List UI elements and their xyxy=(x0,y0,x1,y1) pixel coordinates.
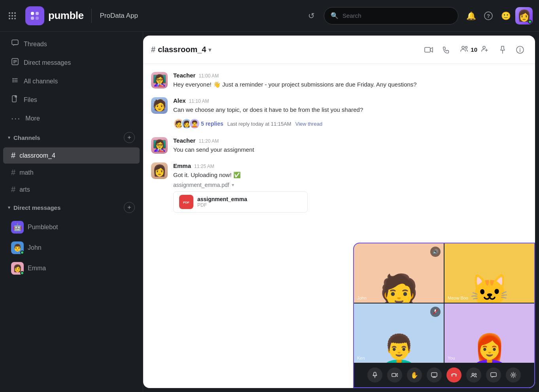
svg-point-41 xyxy=(475,373,477,375)
user-avatar[interactable]: 👩 xyxy=(515,7,533,24)
message-2: 🧑 Alex 11:10 AM Can we choose any topic,… xyxy=(151,97,527,130)
all-channels-label: All channels xyxy=(24,78,58,85)
channel-item-arts[interactable]: # arts xyxy=(3,181,140,198)
msg-author-1: Teacher xyxy=(173,72,195,79)
svg-rect-35 xyxy=(431,373,437,377)
all-channels-icon xyxy=(11,76,19,86)
svg-rect-42 xyxy=(491,373,496,377)
search-bar[interactable]: 🔍 Search xyxy=(324,7,458,24)
dm-section-label: Direct messages xyxy=(13,204,61,211)
more-label: More xyxy=(25,115,40,122)
files-label: Files xyxy=(24,96,37,104)
notifications-button[interactable]: 🔔 xyxy=(463,8,479,24)
john-video-name: John xyxy=(357,296,367,300)
channel-item-math[interactable]: # math xyxy=(3,164,140,181)
vc-hand-button[interactable]: ✋ xyxy=(407,368,422,383)
attachment-bar[interactable]: assignment_emma.pdf ▾ xyxy=(173,182,527,188)
svg-text:PDF: PDF xyxy=(183,201,189,204)
channels-section[interactable]: ▾ Channels + xyxy=(0,128,143,147)
svg-rect-1 xyxy=(36,12,39,15)
video-call-overlay: 🧑 🔊 John 🐱 Meow Boo 👨‍🦱 xyxy=(353,243,535,388)
svg-point-21 xyxy=(465,47,467,49)
thread-replies-count[interactable]: 5 replies xyxy=(201,121,223,127)
svg-rect-19 xyxy=(425,47,430,52)
vc-mic-button[interactable] xyxy=(367,368,382,383)
sidebar-item-more[interactable]: ··· More xyxy=(3,109,140,128)
msg-header-1: Teacher 11:00 AM xyxy=(173,72,527,79)
logo-icon xyxy=(25,6,44,25)
logo-text: pumble xyxy=(48,9,83,22)
dm-item-john[interactable]: 👨 John xyxy=(3,238,140,258)
help-button[interactable]: ? xyxy=(480,8,496,24)
video-cell-you: 👩‍🦰 You xyxy=(444,303,534,363)
msg-author-3: Teacher xyxy=(173,137,195,144)
svg-point-43 xyxy=(513,374,514,376)
members-button[interactable]: 10 xyxy=(456,43,492,57)
thread-last-reply: Last reply today at 11:15AM xyxy=(227,121,291,127)
header-actions: 10 xyxy=(422,43,527,57)
vc-end-call-button[interactable] xyxy=(446,368,461,383)
attachment-filename: assignment_emma.pdf xyxy=(173,182,229,188)
view-thread-link[interactable]: View thread xyxy=(295,121,322,127)
sidebar-item-all-channels[interactable]: All channels xyxy=(3,72,140,90)
alex-avatar: 🧑 xyxy=(151,97,168,114)
you-video-avatar: 👩‍🦰 xyxy=(444,303,534,363)
phone-call-button[interactable] xyxy=(439,43,453,57)
more-icon: ··· xyxy=(11,113,21,124)
dm-item-pumblebot[interactable]: 🤖 Pumblebot xyxy=(3,217,140,237)
emma-avatar: 👩 xyxy=(11,262,24,275)
svg-text:?: ? xyxy=(487,13,490,19)
channels-section-label: Channels xyxy=(13,134,40,141)
channel-item-classroom_4[interactable]: # classroom_4 xyxy=(3,147,140,164)
add-channel-button[interactable]: + xyxy=(124,132,135,143)
grid-menu-button[interactable] xyxy=(6,10,21,22)
sidebar-item-direct-messages[interactable]: Direct messages xyxy=(3,54,140,72)
channel-hash-icon: # xyxy=(11,151,15,160)
sidebar-item-files[interactable]: Files xyxy=(3,91,140,109)
dm-section[interactable]: ▾ Direct messages + xyxy=(0,198,143,217)
channel-title[interactable]: # classroom_4 ▾ xyxy=(151,45,211,54)
file-name: assignment_emma xyxy=(197,196,247,202)
dm-item-emma[interactable]: 👩 Emma xyxy=(3,258,140,278)
add-dm-button[interactable]: + xyxy=(124,202,135,213)
search-placeholder: Search xyxy=(342,12,361,19)
msg-text-4: Got it. Uploading now! ✅ xyxy=(173,171,527,180)
pumblebot-name: Pumblebot xyxy=(28,224,58,231)
thread-avatar-3: 🧑‍🦱 xyxy=(189,118,200,129)
file-attachment[interactable]: PDF assignment_emma PDF xyxy=(173,191,308,213)
app-name: ProData App xyxy=(100,12,138,20)
vc-screen-button[interactable] xyxy=(427,368,442,383)
vc-people-button[interactable] xyxy=(466,368,481,383)
msg-author-2: Alex xyxy=(173,97,186,104)
vc-settings-button[interactable] xyxy=(506,368,521,383)
main-layout: Threads Direct messages All channels Fil… xyxy=(0,32,539,392)
msg-time-3: 11:20 AM xyxy=(199,138,219,144)
channel-name-classroom4: classroom_4 xyxy=(19,152,55,159)
svg-point-13 xyxy=(13,81,14,83)
history-button[interactable]: ↺ xyxy=(303,8,319,24)
vc-camera-button[interactable] xyxy=(387,368,402,383)
logo[interactable]: pumble xyxy=(25,6,83,25)
emma-avatar-msg: 👩 xyxy=(151,162,168,179)
dm-collapse-icon: ▾ xyxy=(8,205,10,210)
attachment-chevron: ▾ xyxy=(232,182,234,188)
info-button[interactable] xyxy=(513,43,527,57)
video-grid: 🧑 🔊 John 🐱 Meow Boo 👨‍🦱 xyxy=(354,243,534,363)
sidebar-item-threads[interactable]: Threads xyxy=(3,35,140,53)
channel-title-hash: # xyxy=(151,45,155,54)
msg-time-2: 11:10 AM xyxy=(189,98,209,104)
msg-time-4: 11:25 AM xyxy=(194,164,214,169)
search-icon: 🔍 xyxy=(331,12,339,19)
svg-rect-2 xyxy=(31,17,34,20)
dm-section-left: ▾ Direct messages xyxy=(8,204,61,211)
msg-content-1: Teacher 11:00 AM Hey everyone! 👋 Just a … xyxy=(173,72,527,89)
emoji-button[interactable]: 🙂 xyxy=(498,8,514,24)
pin-button[interactable] xyxy=(496,43,510,57)
video-call-button[interactable] xyxy=(422,43,436,57)
channels-collapse-icon: ▾ xyxy=(8,135,10,140)
add-member-icon[interactable] xyxy=(481,45,488,54)
video-cell-meow: 🐱 Meow Boo xyxy=(444,243,534,303)
message-4: 👩 Emma 11:25 AM Got it. Uploading now! ✅… xyxy=(151,162,527,213)
vc-chat-button[interactable] xyxy=(486,368,501,383)
msg-header-2: Alex 11:10 AM xyxy=(173,97,527,104)
